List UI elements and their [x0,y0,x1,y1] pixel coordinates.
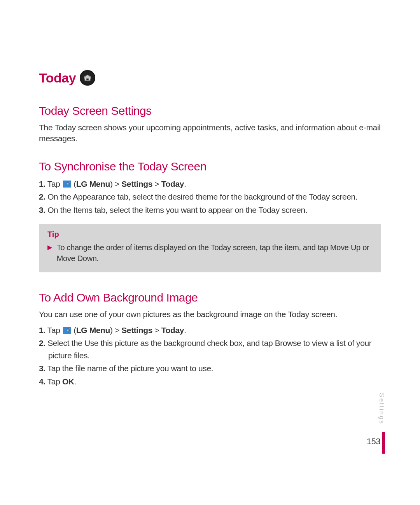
tip-title: Tip [47,230,373,239]
step-text-pre: Tap [47,179,62,188]
step-text: On the Appearance tab, select the desire… [46,192,358,201]
section-today-screen: Today Screen Settings The Today screen s… [39,104,381,144]
sep: > [152,326,161,335]
side-tab-label: Settings [378,393,385,425]
list-item: 1. Tap (LG Menu) > Settings > Today. [39,324,381,337]
side-tab-marker [382,432,385,454]
intro-today-screen: The Today screen shows your upcoming app… [39,122,381,144]
step-number: 3. [39,364,46,373]
lg-menu-label: LG Menu [76,179,110,188]
tip-row: ▶ To change the order of items displayed… [47,242,373,264]
section-add-bg: To Add Own Background Image You can use … [39,291,381,388]
step-number: 4. [39,377,46,386]
list-item: 4. Tap OK. [39,375,381,388]
heading-today-screen: Today Screen Settings [39,104,381,117]
step-text-pre: Tap [46,377,62,386]
step-number: 2. [39,338,46,347]
end: . [184,326,186,335]
list-item: 2. On the Appearance tab, select the des… [39,191,381,203]
add-bg-steps: 1. Tap (LG Menu) > Settings > Today. 2. … [39,324,381,388]
lg-menu-label: LG Menu [76,326,110,335]
tip-box: Tip ▶ To change the order of items displ… [39,224,381,272]
document-page: Today Today Screen Settings The Today sc… [0,0,420,505]
heading-sync: To Synchronise the Today Screen [39,160,381,173]
today-label: Today [161,179,184,188]
list-item: 3. Tap the file name of the picture you … [39,362,381,375]
triangle-bullet-icon: ▶ [47,242,52,253]
sep: > [152,179,161,188]
today-label: Today [161,326,184,335]
lg-menu-icon [63,181,71,188]
step-text: Tap the file name of the picture you wan… [46,364,213,373]
settings-label: Settings [121,179,152,188]
step-text: Select the Use this picture as the backg… [46,338,372,360]
sep: ) > [110,326,121,335]
page-title-row: Today [39,70,381,86]
heading-add-bg: To Add Own Background Image [39,291,381,304]
end: . [184,179,186,188]
step-number: 2. [39,192,46,201]
today-icon [80,70,95,86]
sync-steps: 1. Tap (LG Menu) > Settings > Today. 2. … [39,178,381,216]
home-refresh-icon [83,74,92,82]
sep: ) > [110,179,121,188]
settings-label: Settings [121,326,152,335]
lg-menu-icon [63,327,71,334]
page-number: 153 [367,437,380,447]
step-text-pre: Tap [47,326,62,335]
tip-text: To change the order of items displayed o… [57,242,373,264]
intro-add-bg: You can use one of your own pictures as … [39,309,381,320]
list-item: 3. On the Items tab, select the items yo… [39,204,381,216]
step-number: 3. [39,205,46,214]
ok-label: OK [62,377,74,386]
end: . [74,377,76,386]
section-sync: To Synchronise the Today Screen 1. Tap (… [39,160,381,216]
step-number: 1. [39,179,46,188]
list-item: 1. Tap (LG Menu) > Settings > Today. [39,178,381,190]
page-title: Today [39,70,76,86]
step-number: 1. [39,326,46,335]
step-text: On the Items tab, select the items you w… [46,205,308,214]
list-item: 2. Select the Use this picture as the ba… [39,337,381,361]
